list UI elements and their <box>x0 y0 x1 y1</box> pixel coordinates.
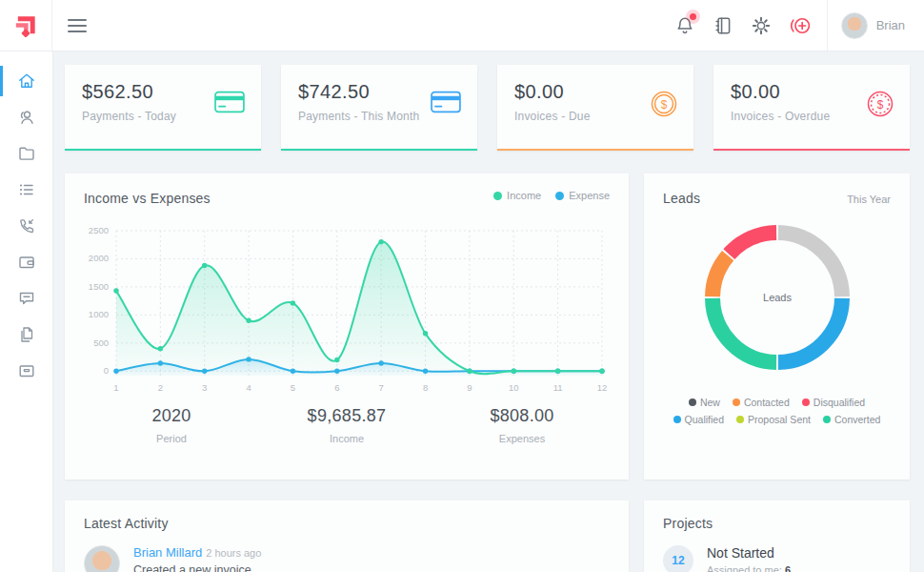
chart-footer-stats: 2020 Period $9,685.87 Income $808.00 Exp… <box>84 406 610 444</box>
leads-header: Leads This Year <box>663 191 891 206</box>
expense-legend-dot <box>555 192 564 200</box>
sidebar-nav <box>0 51 53 572</box>
income-legend-dot <box>493 192 502 200</box>
svg-text:9: 9 <box>467 382 472 393</box>
contacted-dot <box>733 398 740 406</box>
notifications-button[interactable] <box>674 15 695 36</box>
svg-text:1000: 1000 <box>89 309 109 319</box>
brand-logo-icon <box>11 11 40 40</box>
new-dot <box>689 398 696 406</box>
chart-legend: Income Expense <box>493 190 610 201</box>
sidebar-item-contacts[interactable] <box>0 99 52 135</box>
svg-text:12: 12 <box>597 382 608 393</box>
svg-text:7: 7 <box>379 382 384 393</box>
project-assigned: Assigned to me: 6 <box>707 564 791 572</box>
notification-badge <box>690 13 696 20</box>
svg-text:Leads: Leads <box>763 292 792 303</box>
folder-icon <box>17 144 36 163</box>
charts-row: Income vs Expenses Income Expense 050010… <box>65 174 910 480</box>
user-avatar <box>841 12 868 39</box>
menu-toggle-button[interactable] <box>68 15 87 36</box>
legend-item-new[interactable]: New <box>689 397 720 408</box>
footer-stat-period: 2020 Period <box>84 406 259 444</box>
svg-text:10: 10 <box>509 382 519 393</box>
svg-text:1500: 1500 <box>89 281 109 292</box>
sidebar-item-archive[interactable] <box>0 353 52 389</box>
bottom-row: Latest Activity Brian Millard2 hours ago… <box>65 500 910 572</box>
footer-stat-income: $9,685.87 Income <box>259 406 434 444</box>
app-logo[interactable] <box>0 0 52 51</box>
stat-card-payments-today: $562.50 Payments - Today <box>65 65 261 151</box>
quick-add-button[interactable] <box>789 15 810 36</box>
svg-text:2000: 2000 <box>89 253 109 263</box>
sidebar-item-home[interactable] <box>0 63 52 99</box>
list-icon <box>17 180 36 199</box>
svg-text:4: 4 <box>246 382 251 393</box>
svg-text:6: 6 <box>334 382 339 393</box>
proposal-sent-dot <box>736 416 744 423</box>
main-content: $562.50 Payments - Today $742.50 Payment… <box>53 51 924 572</box>
sidebar-item-tasks[interactable] <box>0 172 52 208</box>
home-icon <box>17 72 36 91</box>
income-expenses-card: Income vs Expenses Income Expense 050010… <box>65 174 629 480</box>
svg-text:8: 8 <box>423 382 428 393</box>
qualified-dot <box>673 416 681 423</box>
assigned-value: 6 <box>785 564 791 572</box>
leads-legend: New Contacted Disqualified Qualified Pro… <box>663 397 891 425</box>
dashboard-app: Brian <box>0 0 924 572</box>
stat-cards-row: $562.50 Payments - Today $742.50 Payment… <box>65 65 910 151</box>
sidebar-item-folders[interactable] <box>0 135 52 172</box>
contacted-label: Contacted <box>744 397 790 408</box>
svg-text:11: 11 <box>553 382 563 393</box>
proposal-sent-label: Proposal Sent <box>748 414 811 425</box>
project-status-item[interactable]: 12 Not Started Assigned to me: 6 <box>663 545 891 572</box>
svg-text:500: 500 <box>93 337 109 348</box>
svg-text:3: 3 <box>202 382 207 393</box>
credit-card-icon <box>430 90 462 114</box>
user-name: Brian <box>876 18 905 32</box>
svg-text:2: 2 <box>158 382 163 393</box>
expenses-label: Expenses <box>434 433 610 444</box>
sidebar-item-calls[interactable] <box>0 208 52 244</box>
leads-card: Leads This Year Leads New Contacted Disq… <box>644 174 910 480</box>
coin-dashed-icon: $ <box>866 90 894 118</box>
topbar-actions: Brian <box>674 0 924 51</box>
income-legend-label: Income <box>507 190 541 201</box>
top-bar: Brian <box>0 0 924 51</box>
coin-icon: $ <box>650 90 678 118</box>
sidebar-item-documents[interactable] <box>0 317 52 353</box>
sidebar-item-messages[interactable] <box>0 280 52 317</box>
activity-action: Created a new invoice <box>133 563 261 572</box>
activity-user-link[interactable]: Brian Millard <box>133 545 202 560</box>
assigned-label: Assigned to me: <box>707 564 782 572</box>
journal-icon <box>713 15 733 36</box>
sidebar-item-payments[interactable] <box>0 244 52 280</box>
legend-item-disqualified[interactable]: Disqualified <box>802 397 865 408</box>
documents-icon <box>17 325 36 344</box>
stat-card-payments-month: $742.50 Payments - This Month <box>281 65 477 151</box>
settings-button[interactable] <box>751 15 772 36</box>
period-label: Period <box>84 433 259 444</box>
activity-title: Latest Activity <box>84 516 610 531</box>
legend-item-converted[interactable]: Converted <box>823 414 880 425</box>
legend-item-qualified[interactable]: Qualified <box>673 414 724 425</box>
leads-period: This Year <box>847 194 891 205</box>
projects-title: Projects <box>663 516 891 531</box>
legend-item-income[interactable]: Income <box>493 190 541 201</box>
new-label: New <box>700 397 720 408</box>
journal-button[interactable] <box>713 15 733 36</box>
leads-title: Leads <box>663 191 700 206</box>
legend-item-proposal-sent[interactable]: Proposal Sent <box>736 414 811 425</box>
income-expenses-line-chart: 05001000150020002500123456789101112 <box>84 219 610 400</box>
user-menu[interactable]: Brian <box>828 12 924 39</box>
expenses-value: $808.00 <box>434 406 610 426</box>
svg-text:5: 5 <box>291 382 295 393</box>
leads-donut-chart: Leads <box>663 221 891 374</box>
footer-stat-expenses: $808.00 Expenses <box>434 406 610 444</box>
legend-item-contacted[interactable]: Contacted <box>733 397 790 408</box>
qualified-label: Qualified <box>685 414 724 425</box>
wallet-icon <box>17 253 36 272</box>
converted-dot <box>823 416 831 423</box>
legend-item-expense[interactable]: Expense <box>555 190 610 201</box>
contacts-icon <box>17 108 36 127</box>
